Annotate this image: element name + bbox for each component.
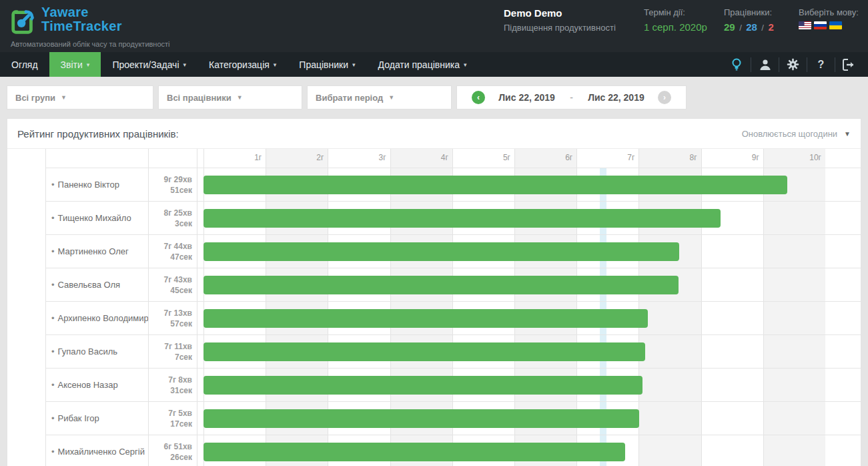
license-label: Термін дії: <box>644 7 707 17</box>
group-filter-select[interactable]: Всі групи ▼ <box>7 85 153 109</box>
employee-name[interactable]: • Мартиненко Олег <box>45 235 149 268</box>
chevron-down-icon: ▾ <box>87 61 90 68</box>
date-range-picker: ‹ Лис 22, 2019 - Лис 22, 2019 › <box>456 85 687 109</box>
employee-row: • Рибак Ігор 7г 5хв17сек <box>45 401 861 435</box>
employee-row: • Мартиненко Олег 7г 44хв47сек <box>45 234 861 268</box>
employee-row: • Гупало Василь 7г 11хв7сек <box>45 334 861 368</box>
bar-track <box>197 435 861 466</box>
account-name: Demo Demo <box>504 7 616 19</box>
bar-track <box>197 402 861 435</box>
employees-counter: Працівники: 29 / 28 / 2 <box>724 7 774 33</box>
chart-axis-row <box>45 149 861 168</box>
nav-item-0[interactable]: Огляд <box>0 52 49 77</box>
employee-row: • Тищенко Михайло 8г 25хв3сек <box>45 201 861 234</box>
nav-item-3[interactable]: Категоризація ▾ <box>197 52 288 77</box>
employee-time-value: 7г 43хв45сек <box>149 268 197 301</box>
license-date: 1 серп. 2020р <box>644 21 707 33</box>
brand-logo[interactable]: Yaware TimeTracker <box>9 5 122 36</box>
bullet-icon: • <box>51 180 55 190</box>
chevron-down-icon: ▾ <box>183 61 187 68</box>
chevron-down-icon: ▼ <box>388 94 394 101</box>
employees-active: 28 <box>746 21 757 33</box>
user-icon[interactable] <box>751 57 779 72</box>
productivity-bar[interactable] <box>203 209 721 228</box>
language-switcher: Виберіть мову: <box>799 7 859 29</box>
employee-name[interactable]: • Рибак Ігор <box>45 402 149 435</box>
employee-row: • Савельєва Оля 7г 43хв45сек <box>45 268 861 301</box>
employee-row: • Михайличенко Сергій 6г 51хв26сек <box>45 435 861 466</box>
employee-time-value: 6г 51хв26сек <box>149 435 197 466</box>
yaware-logo-icon <box>9 8 37 36</box>
employee-name[interactable]: • Паненко Віктор <box>45 168 149 201</box>
next-day-button[interactable]: › <box>658 91 671 104</box>
employee-name[interactable]: • Гупало Василь <box>45 335 149 368</box>
flag-ru-icon[interactable] <box>814 21 827 29</box>
help-icon[interactable]: ? <box>807 57 835 72</box>
employee-name[interactable]: • Архипенко Володимир <box>45 302 149 334</box>
period-filter-select[interactable]: Вибрати період ▼ <box>307 85 452 109</box>
employee-time-value: 9г 29хв51сек <box>149 168 197 201</box>
productivity-bar[interactable] <box>203 176 787 194</box>
employee-time-value: 7г 5хв17сек <box>149 402 197 435</box>
license-info: Термін дії: 1 серп. 2020р <box>644 7 707 33</box>
nav-item-1[interactable]: Звіти ▾ <box>49 52 101 77</box>
chevron-down-icon: ▾ <box>464 61 467 68</box>
main-nav: Огляд Звіти ▾ Проекти/Задачі ▾ Категориз… <box>0 52 868 77</box>
bullet-icon: • <box>51 246 55 256</box>
employee-name[interactable]: • Аксенов Назар <box>45 369 149 401</box>
filter-bar: Всі групи ▼ Всі працівники ▼ Вибрати пер… <box>0 77 868 118</box>
nav-item-4[interactable]: Працівники ▾ <box>288 52 366 77</box>
flag-us-icon[interactable] <box>799 21 811 29</box>
chevron-down-icon: ▾ <box>274 61 277 68</box>
report-title: Рейтинг продуктивних працівників: <box>17 128 179 140</box>
productivity-bar[interactable] <box>203 309 648 328</box>
productivity-bar[interactable] <box>203 342 645 361</box>
language-flags <box>799 21 859 29</box>
productivity-bar[interactable] <box>203 276 679 294</box>
refresh-note[interactable]: Оновлюється щогодини ▼ <box>742 129 851 139</box>
bar-track <box>197 369 861 401</box>
nav-item-5[interactable]: Додати працівника ▾ <box>367 52 478 77</box>
employee-time-value: 7г 44хв47сек <box>149 235 197 268</box>
bullet-icon: • <box>51 346 55 357</box>
employee-name[interactable]: • Михайличенко Сергій <box>45 435 149 466</box>
bulb-icon[interactable] <box>723 57 751 72</box>
nav-item-2[interactable]: Проекти/Задачі ▾ <box>101 52 197 77</box>
chevron-down-icon: ▾ <box>352 61 356 68</box>
account-info: Demo Demo Підвищення продуктивності <box>504 7 616 33</box>
bullet-icon: • <box>51 380 55 390</box>
brand-tagline: Автоматизований облік часу та продуктивн… <box>11 40 170 48</box>
employee-row: • Архипенко Володимир 7г 13хв57сек <box>45 301 861 334</box>
employees-counts: 29 / 28 / 2 <box>724 21 774 33</box>
bar-track <box>197 302 861 334</box>
bullet-icon: • <box>51 447 55 457</box>
productivity-bar[interactable] <box>203 409 639 428</box>
employee-row: • Аксенов Назар 7г 8хв31сек <box>45 368 861 401</box>
gear-icon[interactable] <box>779 57 807 72</box>
brand-name: Yaware TimeTracker <box>41 5 122 36</box>
employee-name[interactable]: • Савельєва Оля <box>45 268 149 301</box>
prev-day-button[interactable]: ‹ <box>472 91 485 104</box>
productivity-chart: 1г2г3г4г5г6г7г8г9г10г • Паненко Віктор 9… <box>45 149 861 466</box>
logout-icon[interactable] <box>835 57 863 72</box>
productivity-bar[interactable] <box>203 443 625 461</box>
flag-ua-icon[interactable] <box>829 21 842 29</box>
chevron-down-icon: ▼ <box>237 94 243 101</box>
employees-label: Працівники: <box>724 7 774 17</box>
employee-time-value: 7г 13хв57сек <box>149 302 197 334</box>
bullet-icon: • <box>51 313 55 323</box>
chevron-down-icon: ▼ <box>61 94 67 101</box>
employee-time-value: 8г 25хв3сек <box>149 202 197 234</box>
report-header: Рейтинг продуктивних працівників: Оновлю… <box>7 119 861 149</box>
productivity-bar[interactable] <box>203 242 679 261</box>
date-to[interactable]: Лис 22, 2019 <box>574 92 658 103</box>
date-from[interactable]: Лис 22, 2019 <box>485 92 568 103</box>
bullet-icon: • <box>51 213 55 223</box>
productivity-bar[interactable] <box>203 376 642 395</box>
report-panel: Рейтинг продуктивних працівників: Оновлю… <box>7 118 861 466</box>
employee-time-value: 7г 8хв31сек <box>149 369 197 401</box>
employees-inactive: 2 <box>768 21 773 33</box>
app-header: Yaware TimeTracker Автоматизований облік… <box>0 0 868 52</box>
employee-name[interactable]: • Тищенко Михайло <box>45 202 149 234</box>
employees-filter-select[interactable]: Всі працівники ▼ <box>158 85 302 109</box>
